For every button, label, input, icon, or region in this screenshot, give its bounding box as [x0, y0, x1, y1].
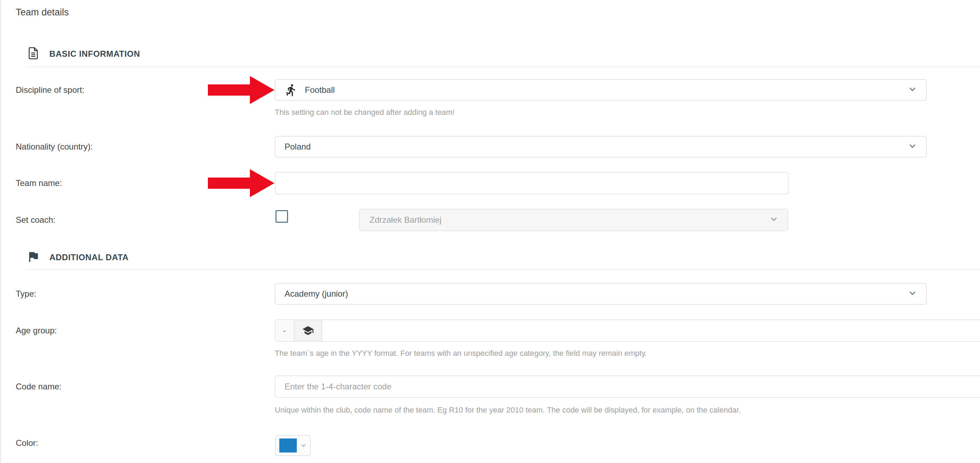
section-basic-information-title: BASIC INFORMATION — [49, 49, 140, 59]
type-value: Academy (junior) — [285, 289, 348, 299]
discipline-select[interactable]: Football — [275, 79, 927, 101]
page-title: Team details — [16, 7, 69, 18]
coach-select-disabled: Zdrzałek Bartłomiej — [359, 209, 788, 231]
type-label: Type: — [16, 289, 37, 299]
chevron-down-icon — [907, 288, 918, 300]
red-arrow-annotation — [208, 169, 274, 197]
team-name-label: Team name: — [16, 178, 62, 188]
chevron-down-icon — [907, 84, 918, 96]
red-arrow-annotation — [208, 76, 274, 104]
age-group-input[interactable] — [322, 320, 980, 341]
divider — [26, 269, 980, 270]
coach-value: Zdrzałek Bartłomiej — [370, 215, 441, 225]
code-name-helper-text: Unique within the club, code name of the… — [275, 406, 741, 415]
age-group-field: - — [275, 319, 980, 342]
graduation-cap-icon — [294, 320, 322, 341]
section-basic-information: BASIC INFORMATION — [26, 46, 140, 62]
set-coach-checkbox[interactable] — [275, 210, 288, 223]
discipline-value: Football — [305, 85, 335, 95]
discipline-helper-text: This setting can not be changed after ad… — [275, 108, 455, 117]
set-coach-label: Set coach: — [16, 215, 55, 225]
document-icon — [26, 46, 40, 62]
color-label: Color: — [16, 438, 38, 448]
color-picker-button[interactable] — [275, 435, 311, 456]
chevron-down-icon — [907, 141, 918, 153]
code-name-input[interactable] — [275, 375, 980, 398]
football-player-icon — [285, 83, 298, 97]
flag-icon — [26, 250, 40, 265]
nationality-value: Poland — [285, 142, 311, 152]
code-name-label: Code name: — [16, 382, 62, 391]
type-select[interactable]: Academy (junior) — [275, 283, 927, 305]
nationality-label: Nationality (country): — [16, 142, 93, 152]
nationality-select[interactable]: Poland — [275, 136, 927, 158]
age-category-selector[interactable]: - — [275, 320, 294, 341]
color-swatch — [279, 439, 297, 452]
chevron-down-icon — [300, 442, 307, 449]
chevron-down-icon — [768, 214, 779, 226]
team-name-input[interactable] — [275, 172, 789, 194]
section-additional-data-title: ADDITIONAL DATA — [49, 252, 129, 262]
team-details-page: Team details BASIC INFORMATION Disciplin… — [0, 0, 980, 463]
age-group-helper-text: The team`s age in the YYYY format. For t… — [275, 349, 647, 358]
discipline-label: Discipline of sport: — [16, 85, 84, 95]
section-additional-data: ADDITIONAL DATA — [26, 250, 129, 265]
age-group-label: Age group: — [16, 326, 57, 335]
divider — [26, 67, 980, 67]
